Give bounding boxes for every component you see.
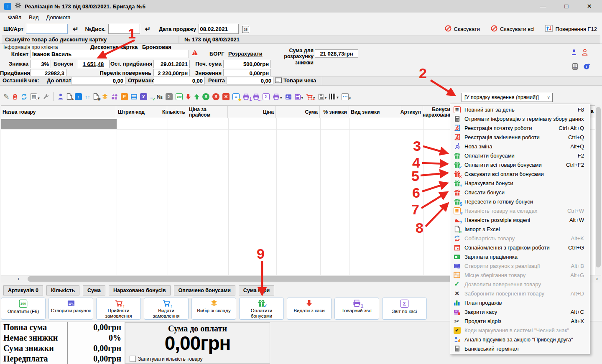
column-header[interactable]: Штрих-код <box>116 106 167 119</box>
toolbar-button-layers[interactable] <box>102 94 108 100</box>
toolbar-button-disk-gray[interactable]: ▾ <box>318 94 327 100</box>
action-button-cart-blue[interactable]: ↑Видати замовлення <box>144 298 189 320</box>
toolbar-button-more[interactable]: ⋯▾ <box>342 93 351 100</box>
toolbar-button-sigma[interactable]: Σ <box>166 93 173 100</box>
close-button[interactable]: ✕ <box>587 3 592 10</box>
client-name-input[interactable] <box>30 50 189 58</box>
toolbar-button-sort-up[interactable]: ↑↑ <box>85 94 90 99</box>
menu-item-door-exit[interactable]: Реєстрація закінчення роботиCtrl+Q <box>450 132 590 142</box>
menu-item-shoe-question[interactable]: ?Наявність розмірів моделіAlt+W <box>450 215 590 224</box>
toolbar-button-pay-cash[interactable]: 100 <box>176 93 183 100</box>
toolbar-button-cancel-box[interactable]: ✕ <box>222 93 230 100</box>
menu-item-gift-red-minus[interactable]: −Списати бонуси <box>450 188 590 197</box>
sort-order-combobox[interactable]: [У порядку введення (прямий)] ˅ <box>462 93 553 102</box>
action-button-cash-out[interactable]: Видати з каси <box>287 298 332 320</box>
toolbar-button-printer-slip[interactable]: … <box>253 94 260 100</box>
toolbar-button-client[interactable] <box>58 93 64 100</box>
menu-item-runner[interactable]: Нова змінаAlt+Q <box>450 142 590 151</box>
toolbar-button-money-red[interactable]: $ <box>212 93 219 100</box>
menu-item-gift-green-dollar[interactable]: $Перевести в готівку бонуси <box>450 197 590 206</box>
toolbar-button-u-service[interactable]: У <box>140 93 147 100</box>
action-button-cart-red[interactable]: ↑Прийняти замовлення <box>96 298 141 320</box>
client-info-add-icon[interactable]: i <box>584 63 590 71</box>
toolbar-button-save[interactable]: ▾ <box>295 94 304 100</box>
toolbar-button-barcode[interactable]: ▾ <box>329 94 339 99</box>
toolbar-button-client-card[interactable] <box>285 94 292 100</box>
scroll-right-icon[interactable]: › <box>596 276 598 282</box>
menu-item-door-enter[interactable]: Реєстрація початку роботиCtrl+Alt+Q <box>450 123 590 132</box>
toolbar-button-price-tag[interactable]: P <box>121 93 128 100</box>
check-goods-label[interactable]: Товари чека <box>283 77 316 84</box>
discount-card-input[interactable] <box>108 24 140 34</box>
toolbar-button-upload[interactable]: ↑ <box>75 93 82 100</box>
menu-item-calendar-red[interactable]: Ознайомлення з графіком роботиCtrl+G <box>450 243 590 252</box>
toolbar-button-doc-gear[interactable]: ✱ <box>93 93 99 100</box>
cancel-button[interactable]: Скасувати <box>445 25 480 33</box>
menu-item-gift-green[interactable]: Оплатити бонусамиF2 <box>450 151 590 160</box>
column-header[interactable]: Сума <box>276 106 320 119</box>
sku-input[interactable] <box>26 24 68 34</box>
toolbar-button-number[interactable]: № <box>157 94 163 99</box>
menu-item-chart-bars[interactable]: План продажів <box>450 298 590 307</box>
column-header[interactable]: Вид знижки <box>349 106 401 119</box>
column-header[interactable]: Бонуси нараховані <box>423 106 452 119</box>
menu-item-referral-chart[interactable]: Аналіз підсумків за акцією "Приведи друг… <box>450 335 590 344</box>
column-header[interactable]: Артикул <box>401 106 423 119</box>
scroll-left-icon[interactable]: ‹ <box>18 276 19 282</box>
column-header[interactable]: % знижки <box>320 106 349 119</box>
menubar-item-Файл[interactable]: Файл <box>4 13 25 21</box>
toolbar-button-money-green[interactable]: $ <box>202 93 209 100</box>
action-button-stock[interactable]: Вибір зі складу <box>191 298 236 320</box>
toolbar-button-form-star[interactable]: ≡★ <box>232 93 240 100</box>
column-header[interactable]: Кількість <box>167 106 187 119</box>
maximize-button[interactable]: □ <box>564 3 568 10</box>
menubar-item-Допомога[interactable]: Допомога <box>43 13 74 21</box>
sms-icon[interactable]: SMS <box>572 63 578 71</box>
menu-item-salary-card[interactable]: Зарплата працівника <box>450 252 590 261</box>
column-header[interactable]: Ціна <box>228 106 276 119</box>
selected-row-cell[interactable] <box>1 119 117 129</box>
action-button-invoice[interactable]: Створити рахунок <box>48 298 93 320</box>
action-button-pay-cash[interactable]: 100Оплатити (F6) <box>1 298 46 320</box>
toolbar-button-edit[interactable]: ✎ <box>3 93 9 100</box>
action-button-gift-green-check[interactable]: ✓Оплатити бонусами <box>239 298 284 320</box>
remove-client-person-icon[interactable] <box>582 49 588 57</box>
toolbar-button-table-view[interactable] <box>131 94 137 100</box>
return-f12-button[interactable]: Повернення F12 <box>545 25 597 33</box>
menu-item-cash-register[interactable]: Закрити касуAlt+C <box>450 307 590 316</box>
menu-item-data-terminal[interactable]: Отримати інформацію з терміналу збору да… <box>450 114 590 123</box>
minimize-button[interactable]: — <box>540 3 546 10</box>
sale-date-input[interactable] <box>199 24 239 34</box>
vertical-scroll-thumb[interactable] <box>596 107 601 267</box>
toolbar-button-delete[interactable] <box>12 94 18 100</box>
toolbar-button-shapes[interactable] <box>111 94 118 100</box>
toolbar-button-tools[interactable] <box>43 94 49 99</box>
toolbar-button-report-printer[interactable]: 1 <box>242 94 250 100</box>
cancel-all-button[interactable]: Скасувати всі <box>491 25 534 33</box>
menu-item-gift-green-plus[interactable]: +Нарахувати бонуси <box>450 178 590 188</box>
toolbar-button-report-sigma[interactable]: Σ <box>263 93 270 100</box>
toolbar-button-paste[interactable]: ▤▾ <box>30 93 40 100</box>
toolbar-button-print[interactable]: ▾ <box>273 94 282 100</box>
action-button-report-sigma[interactable]: ΣЗвіт по касі <box>382 298 427 320</box>
ask-quantity-checkbox[interactable] <box>130 356 136 362</box>
calculate-debt-link[interactable]: Розрахувати <box>228 51 263 57</box>
menu-item-gift-red-x[interactable]: ✕Скасувати всі оплати бонусами <box>450 169 590 178</box>
column-header[interactable]: Назва товару <box>1 106 116 119</box>
menu-item-scissors[interactable]: ✂Продати відрізAlt+X <box>450 316 590 326</box>
toolbar-button-list-check[interactable]: ≡✓ <box>150 94 154 100</box>
calendar-button[interactable]: 23 <box>242 25 249 33</box>
column-header[interactable]: Ціна за прайсом <box>187 106 228 119</box>
toolbar-button-doc-add[interactable]: + <box>66 93 72 100</box>
menu-item-bank-terminal[interactable]: Банківський термінал <box>450 344 590 353</box>
bonus-value[interactable]: 1 651,48 <box>77 60 110 68</box>
menu-item-gift-green-check[interactable]: ✓Оплатити всі товари бонусамиCtrl+F2 <box>450 160 590 169</box>
client-person-icon[interactable] <box>571 49 577 57</box>
menu-item-excel-import[interactable]: ⇐Імпорт з Excel <box>450 224 590 234</box>
toolbar-button-refresh[interactable] <box>21 94 27 100</box>
menu-item-report-day[interactable]: ≣Повний звіт за деньF8 <box>450 105 590 114</box>
vertical-scrollbar[interactable] <box>595 105 601 275</box>
toolbar-button-cart-plus[interactable]: +▾ <box>306 94 315 100</box>
menubar-item-Вид[interactable]: Вид <box>25 13 43 21</box>
toolbar-button-cash-out[interactable] <box>186 94 191 100</box>
